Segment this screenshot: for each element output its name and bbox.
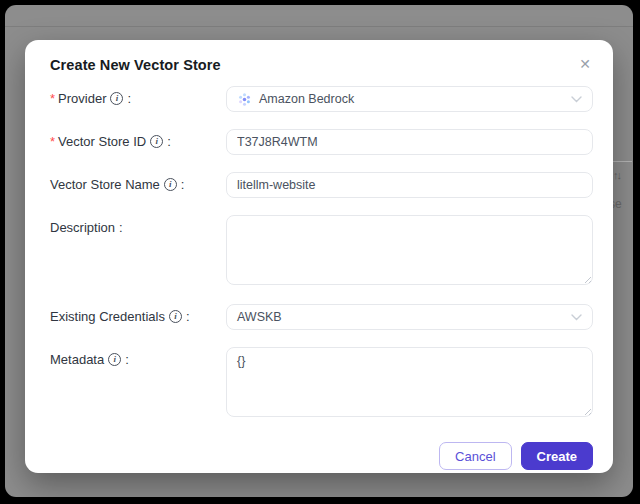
- label-colon: :: [125, 352, 129, 367]
- provider-select-value: Amazon Bedrock: [259, 92, 354, 106]
- cancel-button[interactable]: Cancel: [439, 442, 511, 470]
- chevron-down-icon: [571, 96, 582, 103]
- bedrock-icon: [237, 92, 252, 107]
- vector-store-name-label: Vector Store Name i :: [50, 172, 226, 192]
- existing-credentials-select[interactable]: AWSKB: [226, 304, 593, 330]
- vector-store-id-label: * Vector Store ID i :: [50, 129, 226, 149]
- provider-select[interactable]: Amazon Bedrock: [226, 86, 593, 112]
- dimmed-page-background: ↑↓ se Create New Vector Store ✕ * Provid…: [5, 5, 633, 497]
- label-colon: :: [119, 220, 123, 235]
- info-icon[interactable]: i: [164, 178, 177, 191]
- required-asterisk: *: [50, 134, 55, 149]
- metadata-label: Metadata i :: [50, 347, 226, 367]
- field-row-metadata: Metadata i :: [50, 347, 593, 417]
- create-button[interactable]: Create: [521, 442, 593, 470]
- field-row-provider: * Provider i :: [50, 86, 593, 112]
- modal-footer: Cancel Create: [43, 434, 593, 470]
- page-header-divider: [5, 26, 633, 27]
- sort-icon: ↑↓: [613, 169, 620, 181]
- field-row-description: Description :: [50, 215, 593, 285]
- description-textarea[interactable]: [226, 215, 593, 285]
- existing-credentials-label: Existing Credentials i :: [50, 304, 226, 324]
- vector-store-id-label-text: Vector Store ID: [58, 134, 146, 149]
- create-vector-store-modal: Create New Vector Store ✕ * Provider i :: [25, 40, 613, 473]
- metadata-textarea[interactable]: [226, 347, 593, 417]
- label-colon: :: [181, 177, 185, 192]
- description-label-text: Description: [50, 220, 115, 235]
- vector-store-name-label-text: Vector Store Name: [50, 177, 160, 192]
- label-colon: :: [167, 134, 171, 149]
- provider-label: * Provider i :: [50, 86, 226, 106]
- info-icon[interactable]: i: [150, 135, 163, 148]
- info-icon[interactable]: i: [108, 353, 121, 366]
- vector-store-name-input[interactable]: [226, 172, 593, 198]
- field-row-vector-store-name: Vector Store Name i :: [50, 172, 593, 198]
- description-label: Description :: [50, 215, 226, 235]
- existing-credentials-select-value: AWSKB: [237, 310, 282, 324]
- vector-store-id-input[interactable]: [226, 129, 593, 155]
- metadata-label-text: Metadata: [50, 352, 104, 367]
- field-row-existing-credentials: Existing Credentials i : AWSKB: [50, 304, 593, 330]
- close-icon[interactable]: ✕: [575, 54, 595, 74]
- provider-label-text: Provider: [58, 91, 106, 106]
- info-icon[interactable]: i: [110, 92, 123, 105]
- label-colon: :: [186, 309, 190, 324]
- existing-credentials-label-text: Existing Credentials: [50, 309, 165, 324]
- field-row-vector-store-id: * Vector Store ID i :: [50, 129, 593, 155]
- modal-title: Create New Vector Store: [50, 57, 593, 73]
- label-colon: :: [127, 91, 131, 106]
- required-asterisk: *: [50, 91, 55, 106]
- chevron-down-icon: [571, 314, 582, 321]
- info-icon[interactable]: i: [169, 310, 182, 323]
